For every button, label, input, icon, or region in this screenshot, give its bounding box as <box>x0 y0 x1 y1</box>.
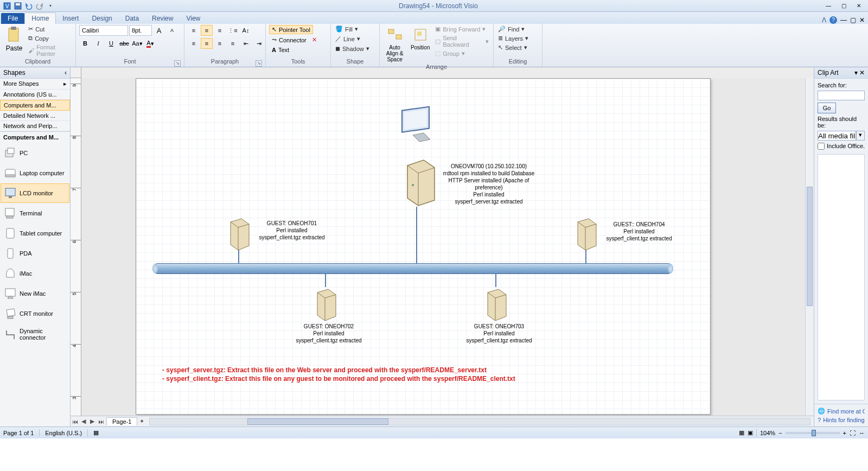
case-button[interactable]: Aa▾ <box>131 38 143 49</box>
connector-tool-button[interactable]: ⤳Connector✕ <box>269 35 320 44</box>
monitor-shape[interactable] <box>397 100 440 149</box>
new-page-icon[interactable]: ✦ <box>137 418 146 425</box>
indent-increase-icon[interactable]: ⇥ <box>253 38 265 49</box>
redo-icon[interactable] <box>35 1 44 11</box>
shape-master[interactable]: Tablet computer <box>1 224 69 243</box>
qat-customize-icon[interactable]: ▾ <box>46 1 55 11</box>
shadow-button[interactable]: ◼Shadow ▾ <box>334 44 371 53</box>
horizontal-scrollbar[interactable] <box>149 418 810 425</box>
guest4-shape[interactable] <box>570 214 601 252</box>
justify-icon[interactable]: ≡ <box>227 38 239 49</box>
shape-master[interactable]: PDA <box>1 244 69 263</box>
tab-review[interactable]: Review <box>145 13 180 24</box>
font-size-select[interactable] <box>129 25 152 36</box>
server-main-label[interactable]: ONEOVM700 (10.250.102.100) rrdtool rpm i… <box>440 163 538 205</box>
tab-home[interactable]: Home <box>24 12 56 24</box>
media-type-select[interactable] <box>818 131 856 141</box>
send-backward-button[interactable]: ▢Send Backward ▾ <box>434 34 490 48</box>
connector-line[interactable] <box>585 250 586 263</box>
shape-master[interactable]: Terminal <box>1 203 69 223</box>
font-launcher-icon[interactable]: ↘ <box>174 60 181 67</box>
tab-last-icon[interactable]: ⏭ <box>97 418 105 425</box>
clipart-search-input[interactable] <box>818 91 865 100</box>
pane-collapse-icon[interactable]: ‹ <box>65 69 67 77</box>
shrink-font-icon[interactable]: A <box>166 25 178 36</box>
guest3-shape[interactable] <box>480 285 510 323</box>
zoom-out-icon[interactable]: − <box>778 430 782 436</box>
guest3-label[interactable]: GUEST: ONEOH703 Perl installed sysperf_c… <box>464 323 534 344</box>
line-button[interactable]: ／Line ▾ <box>334 34 361 43</box>
indent-decrease-icon[interactable]: ⇤ <box>240 38 252 49</box>
doc-minimize-icon[interactable]: — <box>840 16 847 24</box>
guest1-label[interactable]: GUEST: ONEOH701 Perl installed sysperf_c… <box>257 220 327 241</box>
shape-master[interactable]: PC <box>1 143 69 163</box>
doc-restore-icon[interactable]: ▢ <box>850 16 856 24</box>
tab-prev-icon[interactable]: ◀ <box>79 418 88 425</box>
tab-next-icon[interactable]: ▶ <box>88 418 97 425</box>
align-left-icon[interactable]: ≡ <box>188 38 200 49</box>
tab-insert[interactable]: Insert <box>56 13 85 24</box>
connector-line[interactable] <box>238 250 239 263</box>
stencil-item[interactable]: Annotations (US u... <box>0 90 70 100</box>
guest2-shape[interactable] <box>310 285 340 323</box>
find-more-link[interactable]: 🌐Find more at Off <box>818 406 865 416</box>
font-color-button[interactable]: A▾ <box>144 38 156 49</box>
copy-button[interactable]: ⧉Copy <box>27 34 72 42</box>
align-center-icon[interactable]: ≡ <box>201 38 213 49</box>
pointer-tool-button[interactable]: ↖Pointer Tool <box>269 25 313 34</box>
align-right-icon[interactable]: ≡ <box>214 38 226 49</box>
hints-link[interactable]: ?Hints for finding <box>818 416 865 424</box>
zoom-slider[interactable] <box>786 432 840 434</box>
connector-line[interactable] <box>325 274 326 287</box>
shape-master[interactable]: LCD monitor <box>1 183 69 203</box>
tab-file[interactable]: File <box>1 13 24 24</box>
connector-line[interactable] <box>416 207 417 263</box>
font-family-select[interactable] <box>79 25 128 36</box>
select-button[interactable]: ↖Select ▾ <box>497 43 528 52</box>
shape-master[interactable]: New iMac <box>1 284 69 303</box>
text-tool-button[interactable]: AText <box>269 46 292 54</box>
network-pipe-shape[interactable] <box>152 263 673 274</box>
dropdown-icon[interactable]: ▾ <box>856 131 865 141</box>
group-button[interactable]: ⬚Group ▾ <box>434 49 490 58</box>
close-button[interactable]: ✕ <box>852 2 866 10</box>
page-tab[interactable]: Page-1 <box>106 417 137 425</box>
align-bottom-icon[interactable]: ≡ <box>214 25 226 36</box>
tab-design[interactable]: Design <box>85 13 118 24</box>
fit-window-icon[interactable]: ⛶ <box>850 430 856 436</box>
drawing-page[interactable]: ONEOVM700 (10.250.102.100) rrdtool rpm i… <box>136 78 711 415</box>
shape-master[interactable]: Dynamic connector <box>1 324 69 345</box>
view-full-icon[interactable]: ▣ <box>748 429 753 436</box>
tab-first-icon[interactable]: ⏮ <box>71 418 79 425</box>
shape-master[interactable]: iMac <box>1 264 69 283</box>
zoom-level[interactable]: 104% <box>760 430 775 436</box>
italic-button[interactable]: I <box>92 38 104 49</box>
stencil-item[interactable]: Computers and M... <box>0 100 70 111</box>
bullets-icon[interactable]: ⋮≡ <box>227 25 239 36</box>
vertical-scrollbar[interactable] <box>805 78 814 416</box>
clipart-dropdown-icon[interactable]: ▾ <box>854 69 858 77</box>
x-icon[interactable]: ✕ <box>312 36 317 43</box>
switch-window-icon[interactable]: ↔ <box>859 430 865 436</box>
align-middle-icon[interactable]: ≡ <box>201 25 213 36</box>
more-shapes-item[interactable]: More Shapes▸ <box>0 79 70 90</box>
stencil-item[interactable]: Detailed Network ... <box>0 111 70 121</box>
stencil-item[interactable]: Network and Perip... <box>0 121 70 131</box>
tab-view[interactable]: View <box>180 13 207 24</box>
guest1-shape[interactable] <box>223 214 253 252</box>
layers-button[interactable]: ≣Layers ▾ <box>497 34 529 42</box>
undo-icon[interactable] <box>24 1 34 11</box>
bring-forward-button[interactable]: ▣Bring Forward ▾ <box>434 25 490 33</box>
auto-align-button[interactable]: Auto Align & Space <box>383 25 406 63</box>
language-status[interactable]: English (U.S.) <box>45 430 82 436</box>
clipart-close-icon[interactable]: ✕ <box>859 69 865 77</box>
connector-line[interactable] <box>495 274 496 287</box>
macro-icon[interactable]: ▦ <box>93 429 99 436</box>
find-button[interactable]: 🔎Find ▾ <box>497 25 526 33</box>
guest2-label[interactable]: GUEST: ONEOH702 Perl installed sysperf_c… <box>293 323 364 344</box>
underline-button[interactable]: U <box>105 38 117 49</box>
doc-close-icon[interactable]: ✕ <box>859 16 865 24</box>
bold-button[interactable]: B <box>79 38 91 49</box>
ribbon-minimize-icon[interactable]: ᐱ <box>822 16 826 24</box>
help-icon[interactable]: ? <box>829 16 837 24</box>
